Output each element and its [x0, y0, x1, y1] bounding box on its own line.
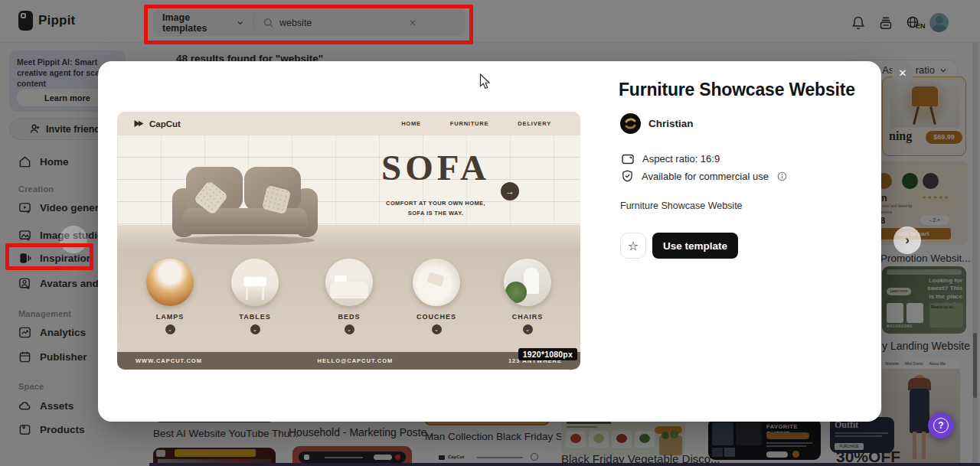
template-title: Furniture Showcase Website [619, 80, 855, 100]
author-row[interactable]: Christian [620, 113, 694, 134]
category-photo [504, 259, 551, 306]
tagline-line: SOFA IS THE WAY. [364, 209, 508, 219]
author-avatar [620, 113, 641, 134]
chevron-down-icon: ⌄ [345, 324, 354, 334]
carousel-next-button[interactable]: › [893, 226, 921, 254]
annotation-box-inspiration [5, 243, 93, 270]
preview-footer: WWW.CAPCUT.COM HELLO@CAPCUT.COM 123 ANYW… [117, 352, 580, 370]
info-icon[interactable] [777, 171, 787, 181]
category-label: COUCHES [404, 313, 469, 321]
preview-navbar: CapCut HOME FURNITURE DELIVERY [117, 112, 580, 135]
shield-check-icon [622, 170, 633, 182]
preview-categories-strip: LAMPS ⌄ TABLES ⌄ BEDS ⌄ COUCHES ⌄ [117, 246, 580, 352]
preview-brand-label: CapCut [149, 119, 181, 129]
template-preview-image[interactable]: SOFA COMFORT AT YOUR OWN HOME, SOFA IS T… [117, 112, 580, 370]
preview-nav-home: HOME [401, 120, 421, 127]
preview-footer-email: HELLO@CAPCUT.COM [318, 357, 394, 364]
use-template-button[interactable]: Use template [652, 233, 738, 259]
preview-tagline: COMFORT AT YOUR OWN HOME, SOFA IS THE WA… [364, 199, 508, 219]
category-photo [231, 259, 279, 306]
commercial-use-text: Available for commercial use [642, 171, 769, 182]
preview-headline: SOFA [370, 147, 501, 188]
app-screen: Pippit Image templates ✕ EN Meet Pippit … [0, 0, 980, 466]
sofa-illustration [172, 167, 318, 245]
aspect-ratio-icon [622, 154, 634, 165]
commercial-use-row: Available for commercial use [622, 170, 787, 182]
chevron-right-icon: › [905, 233, 910, 248]
author-name: Christian [648, 118, 694, 129]
aspect-ratio-row: Aspect ratio: 16:9 [622, 153, 720, 165]
category-label: LAMPS [138, 313, 202, 321]
chevron-down-icon: ⌄ [432, 324, 442, 334]
category-photo [413, 259, 460, 306]
close-icon[interactable]: ✕ [892, 62, 913, 83]
category-label: BEDS [317, 313, 381, 321]
annotation-box-search [144, 5, 473, 44]
resolution-badge: 1920*1080px [518, 348, 577, 360]
category-couches: COUCHES ⌄ [404, 259, 469, 334]
question-mark-icon: ? [933, 418, 949, 433]
template-description: Furniture Showcase Website [620, 200, 743, 211]
preview-nav-delivery: DELIVERY [518, 120, 551, 127]
capcut-logo-icon [134, 119, 144, 128]
category-chairs: CHAIRS ⌄ [495, 259, 560, 334]
category-lamps: LAMPS ⌄ [138, 259, 202, 334]
preview-footer-url: WWW.CAPCUT.COM [136, 357, 202, 364]
category-photo [325, 259, 373, 306]
preview-nav-furniture: FURNITURE [450, 120, 489, 127]
chevron-down-icon: ⌄ [250, 324, 260, 334]
star-icon: ☆ [628, 239, 639, 253]
category-label: CHAIRS [495, 313, 560, 321]
category-label: TABLES [223, 313, 287, 321]
category-photo [146, 259, 194, 306]
template-detail-modal: SOFA COMFORT AT YOUR OWN HOME, SOFA IS T… [98, 61, 881, 422]
aspect-ratio-text: Aspect ratio: 16:9 [642, 153, 720, 165]
tagline-line: COMFORT AT YOUR OWN HOME, [364, 199, 508, 209]
category-beds: BEDS ⌄ [317, 259, 381, 334]
chevron-down-icon: ⌄ [523, 324, 533, 334]
arrow-right-icon: → [501, 182, 519, 200]
help-button[interactable]: ? [928, 412, 954, 438]
category-tables: TABLES ⌄ [223, 259, 287, 334]
favorite-star-button[interactable]: ☆ [620, 233, 646, 259]
mouse-cursor [479, 73, 492, 90]
chevron-down-icon: ⌄ [165, 324, 175, 334]
